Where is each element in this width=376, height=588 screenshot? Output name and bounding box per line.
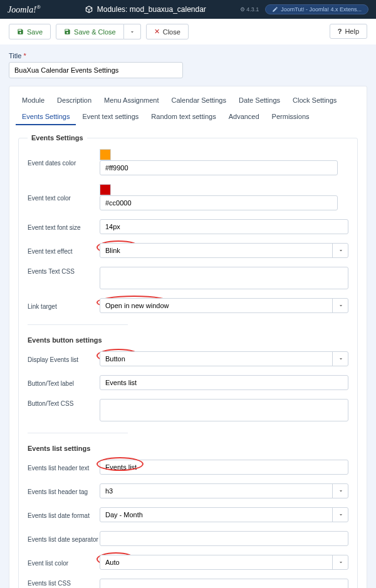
- tab-module[interactable]: Module: [16, 93, 51, 109]
- tab-permissions[interactable]: Permissions: [266, 109, 316, 125]
- save-close-dropdown[interactable]: [124, 24, 141, 39]
- row-list-date-format: Events list date format Day - Month: [28, 507, 348, 522]
- save-icon: [17, 28, 24, 35]
- event-text-color-input[interactable]: [100, 195, 338, 210]
- list-color-select[interactable]: Auto: [100, 555, 348, 570]
- row-list-date-separator: Events list date separator: [28, 531, 348, 546]
- list-date-separator-input[interactable]: [100, 531, 348, 546]
- module-breadcrumb: Modules: mod_buaxua_calendar: [85, 5, 206, 14]
- help-icon: ?: [338, 28, 342, 35]
- events-text-css-input[interactable]: [100, 267, 348, 289]
- tab-advanced[interactable]: Advanced: [222, 109, 266, 125]
- tab-calendar-settings[interactable]: Calendar Settings: [165, 93, 232, 109]
- color-swatch[interactable]: [100, 149, 111, 160]
- row-display-events-list: Display Events list Button: [28, 351, 348, 366]
- version-text: ⚙ 4.3.1: [240, 6, 259, 13]
- cube-icon: [85, 5, 93, 14]
- button-text-label-input[interactable]: [100, 375, 348, 390]
- topbar: Joomla!® Modules: mod_buaxua_calendar ⚙ …: [0, 0, 376, 19]
- divider: [28, 433, 128, 433]
- list-css-input[interactable]: [100, 579, 348, 588]
- save-icon: [64, 28, 71, 35]
- tabs: ModuleDescriptionMenu AssignmentCalendar…: [9, 86, 367, 125]
- tab-events-settings[interactable]: Events Settings: [16, 109, 76, 125]
- row-list-css: Events list CSS: [28, 579, 348, 588]
- tab-date-settings[interactable]: Date Settings: [232, 93, 286, 109]
- tab-menu-assignment[interactable]: Menu Assignment: [98, 93, 165, 109]
- row-link-target: Link target Open in new window: [28, 298, 348, 313]
- tab-random-text-settings[interactable]: Random text settings: [145, 109, 222, 125]
- color-swatch[interactable]: [100, 184, 111, 195]
- close-button[interactable]: ✕Close: [146, 24, 189, 39]
- row-event-text-color: Event text color: [28, 184, 348, 210]
- tour-button[interactable]: JoomTut! - Joomla! 4.x Extens...: [265, 4, 368, 14]
- button-text-css-input[interactable]: [100, 399, 348, 421]
- row-button-text-css: Button/Text CSS: [28, 399, 348, 421]
- row-event-text-font-size: Event text font size: [28, 219, 348, 234]
- link-target-select[interactable]: Open in new window: [100, 298, 348, 313]
- fieldset-legend: Events Settings: [28, 134, 87, 142]
- row-list-header-text: Events list header text: [28, 460, 348, 475]
- row-event-text-effect: Event text effect Blink: [28, 243, 348, 258]
- title-label: Title *: [9, 52, 367, 59]
- list-header-text-input[interactable]: [100, 460, 348, 475]
- panel: ModuleDescriptionMenu AssignmentCalendar…: [9, 86, 367, 588]
- row-list-header-tag: Events list header tag h3: [28, 483, 348, 498]
- tab-clock-settings[interactable]: Clock Settings: [286, 93, 343, 109]
- tab-event-text-settings[interactable]: Event text settings: [76, 109, 145, 125]
- save-close-group: Save & Close: [56, 24, 141, 39]
- display-events-list-select[interactable]: Button: [100, 351, 348, 366]
- edit-icon: [272, 6, 278, 13]
- help-button[interactable]: ?Help: [330, 24, 367, 39]
- row-event-dates-color: Event dates color: [28, 149, 348, 175]
- events-settings-fieldset: Events Settings Event dates color Event …: [18, 134, 358, 588]
- chevron-down-icon: [129, 29, 135, 35]
- row-button-text-label: Button/Text label: [28, 375, 348, 390]
- section-button-settings: Events button settings: [28, 336, 348, 344]
- event-text-effect-select[interactable]: Blink: [100, 243, 348, 258]
- title-input[interactable]: [9, 62, 183, 78]
- toolbar: Save Save & Close ✕Close ?Help: [0, 19, 376, 44]
- event-text-font-size-input[interactable]: [100, 219, 348, 234]
- tab-description[interactable]: Description: [51, 93, 98, 109]
- row-list-color: Event list color Auto: [28, 555, 348, 570]
- close-icon: ✕: [154, 28, 160, 36]
- brand-logo: Joomla!®: [8, 4, 41, 15]
- save-close-button[interactable]: Save & Close: [56, 24, 124, 39]
- event-dates-color-input[interactable]: [100, 160, 338, 175]
- save-button[interactable]: Save: [9, 24, 51, 39]
- page: Title * ModuleDescriptionMenu Assignment…: [0, 44, 376, 588]
- divider: [28, 324, 128, 325]
- section-list-settings: Events list settings: [28, 445, 348, 452]
- list-date-format-select[interactable]: Day - Month: [100, 507, 348, 522]
- row-events-text-css: Events Text CSS: [28, 267, 348, 289]
- list-header-tag-select[interactable]: h3: [100, 483, 348, 498]
